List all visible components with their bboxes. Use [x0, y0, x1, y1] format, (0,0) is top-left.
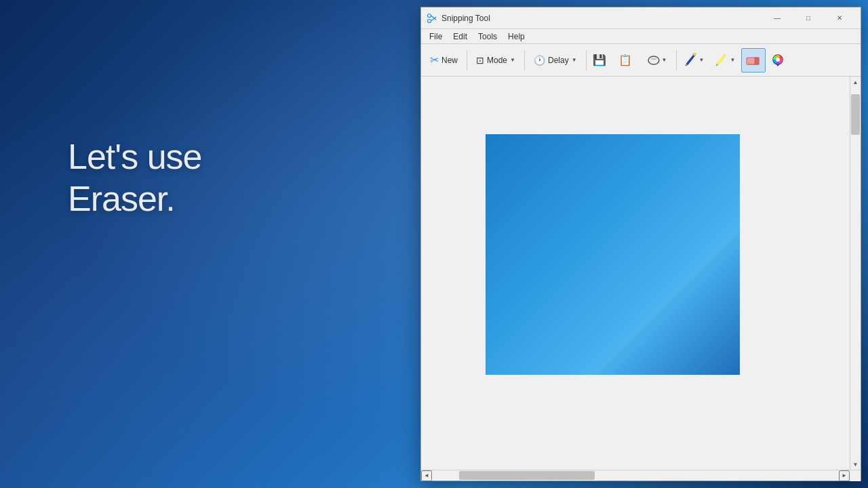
scrollbar-right: ▲ ▼ — [850, 77, 861, 470]
desktop-text: Let's use Eraser. — [68, 136, 202, 220]
erase-dropdown-arrow: ▼ — [662, 57, 667, 63]
desktop-text-line1: Let's use — [68, 136, 202, 178]
content-wrapper: ▲ ▼ — [421, 77, 861, 470]
menu-edit[interactable]: Edit — [448, 30, 473, 43]
svg-point-1 — [428, 19, 431, 22]
windows-bg — [486, 134, 740, 375]
new-button[interactable]: ✂ New — [424, 48, 464, 73]
window-controls: — □ ✕ — [762, 7, 855, 29]
maximize-button[interactable]: □ — [793, 7, 824, 29]
separator-4 — [676, 50, 677, 70]
snip-image — [486, 134, 740, 375]
mode-button[interactable]: ⊡ Mode ▼ — [470, 48, 521, 73]
scroll-track-right — [850, 87, 861, 459]
highlighter-dropdown-arrow: ▼ — [730, 57, 735, 63]
mode-icon: ⊡ — [476, 55, 484, 66]
erase-button[interactable]: ▼ — [641, 48, 673, 73]
delay-label: Delay — [548, 56, 569, 65]
delay-dropdown-arrow: ▼ — [572, 57, 577, 63]
delay-button[interactable]: 🕐 Delay ▼ — [528, 48, 583, 73]
mode-label: Mode — [487, 56, 507, 65]
erase-icon — [647, 54, 660, 67]
highlighter-button[interactable]: ▼ — [710, 48, 740, 73]
eraser-tool-button[interactable] — [741, 48, 766, 73]
copy-icon: 📋 — [618, 54, 632, 66]
separator-1 — [467, 50, 467, 70]
close-button[interactable]: ✕ — [824, 7, 855, 29]
minimize-button[interactable]: — — [762, 7, 793, 29]
copy-button[interactable]: 📋 — [615, 48, 639, 73]
svg-rect-8 — [755, 58, 759, 64]
scroll-up-button[interactable]: ▲ — [850, 77, 861, 87]
menu-file[interactable]: File — [424, 30, 448, 43]
menu-tools[interactable]: Tools — [473, 30, 502, 43]
svg-point-5 — [648, 56, 659, 64]
mode-dropdown-arrow: ▼ — [510, 57, 515, 63]
windows-logo — [486, 134, 740, 375]
clock-icon: 🕐 — [534, 55, 545, 66]
toolbar: ✂ New ⊡ Mode ▼ 🕐 Delay ▼ 💾 📋 — [421, 44, 861, 77]
save-icon: 💾 — [593, 54, 606, 66]
menu-bar: File Edit Tools Help — [421, 29, 861, 44]
desktop-text-line2: Eraser. — [68, 178, 202, 220]
color-picker-button[interactable] — [767, 48, 791, 73]
snipping-tool-window: Snipping Tool — □ ✕ File Edit Tools Help… — [420, 7, 861, 481]
app-icon — [427, 13, 437, 24]
menu-help[interactable]: Help — [502, 30, 530, 43]
scroll-left-button[interactable]: ◄ — [421, 470, 432, 481]
svg-point-11 — [776, 58, 780, 62]
separator-2 — [524, 50, 525, 70]
scroll-thumb-bottom[interactable] — [459, 471, 595, 480]
scrollbar-bottom: ◄ ► — [421, 470, 861, 481]
color-picker-icon — [770, 53, 785, 68]
scroll-thumb-right[interactable] — [851, 94, 860, 135]
pen-icon — [684, 53, 696, 68]
save-button[interactable]: 💾 — [589, 48, 614, 73]
scroll-corner — [850, 470, 861, 481]
pen-button[interactable]: ▼ — [679, 48, 709, 73]
eraser-tool-icon — [745, 54, 762, 67]
window-title: Snipping Tool — [441, 14, 762, 23]
pen-dropdown-arrow: ▼ — [699, 57, 705, 63]
title-bar: Snipping Tool — □ ✕ — [421, 7, 861, 29]
scissors-icon: ✂ — [430, 54, 439, 66]
scroll-right-button[interactable]: ► — [839, 470, 850, 481]
scroll-down-button[interactable]: ▼ — [850, 459, 861, 470]
canvas-area — [421, 77, 850, 470]
separator-3 — [586, 50, 587, 70]
highlighter-icon — [715, 53, 727, 68]
scroll-track-bottom — [432, 470, 839, 481]
svg-point-0 — [428, 14, 431, 17]
new-label: New — [441, 56, 458, 65]
